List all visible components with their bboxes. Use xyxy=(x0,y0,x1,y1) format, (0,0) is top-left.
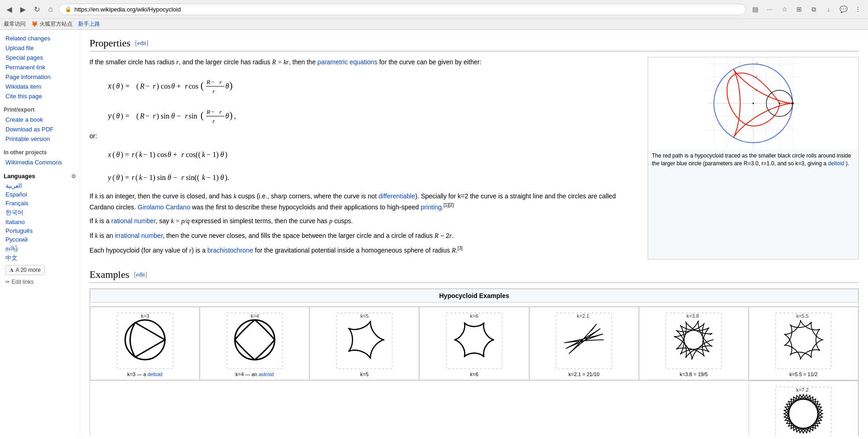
sidebar-item-wikimedia-commons[interactable]: Wikimedia Commons xyxy=(0,158,80,167)
svg-text:r: r xyxy=(153,82,156,90)
svg-text:+: + xyxy=(173,151,177,158)
sidebar-item-download-pdf[interactable]: Download as PDF xyxy=(0,124,80,134)
back-button[interactable]: ◀ xyxy=(4,4,15,15)
printing-link[interactable]: printing xyxy=(420,203,442,211)
languages-settings-icon[interactable]: ⚙ xyxy=(71,173,76,180)
more-languages-button[interactable]: 𝐀 A 20 more xyxy=(6,265,45,275)
lang-portuguese[interactable]: Português xyxy=(0,226,80,235)
sidebar-item-create-book[interactable]: Create a book xyxy=(0,115,80,124)
svg-text:θ: θ xyxy=(220,151,224,158)
k5-svg: k=5 xyxy=(335,310,394,370)
svg-text:y: y xyxy=(108,174,112,182)
browser-chrome: ◀ ▶ ↻ ⌂ 🔒 ▤ ··· ☆ ⊞ ⧉ ↓ 💬 ⋮ 最常访问 🦊 火狐官方站… xyxy=(0,0,868,30)
irrational-number-link[interactable]: irrational number xyxy=(115,232,162,239)
reload-button[interactable]: ↻ xyxy=(31,4,42,15)
rational-number-link[interactable]: rational number xyxy=(111,217,156,225)
lang-chinese[interactable]: 中文 xyxy=(0,253,80,263)
bookmark-firefox-official[interactable]: 🦊 火狐官方站点 xyxy=(31,20,73,28)
sidebar-item-cite-this-page[interactable]: Cite this page xyxy=(0,91,80,101)
sidebar-item-permanent-link[interactable]: Permanent link xyxy=(0,62,80,72)
deltoid-ex-link[interactable]: deltoid xyxy=(148,371,162,377)
bookmark-most-visited[interactable]: 最常访问 xyxy=(4,20,26,28)
examples-section: Examples [edit] Hypocycloid Examples k=3 xyxy=(90,269,859,436)
svg-text:θ: θ xyxy=(168,174,171,181)
bookmark-button[interactable]: ☆ xyxy=(778,3,791,16)
other-projects-section: In other projects Wikimedia Commons xyxy=(0,147,80,167)
chat-button[interactable]: 💬 xyxy=(837,3,850,16)
forward-button[interactable]: ▶ xyxy=(17,4,28,15)
main-content: Properties [edit] If the smaller circle … xyxy=(80,30,868,436)
differentiable-link[interactable]: differentiable xyxy=(379,192,415,200)
alt-formula-y: y ( θ ) = r ( k − 1) sin θ − r sin(( xyxy=(108,168,640,188)
svg-text:k=3: k=3 xyxy=(141,313,149,319)
page-layout: Related changes Upload file Special page… xyxy=(0,30,868,436)
parametric-equations-link[interactable]: parametric equations xyxy=(318,58,378,66)
sidebar-item-related-changes[interactable]: Related changes xyxy=(0,34,80,43)
home-button[interactable]: ⌂ xyxy=(45,4,56,15)
lang-russian[interactable]: Русский xyxy=(0,235,80,244)
svg-text:): ) xyxy=(225,151,227,159)
svg-text:−: − xyxy=(177,112,181,120)
lock-icon: 🔒 xyxy=(65,6,72,12)
menu-button[interactable]: ⋮ xyxy=(851,3,864,16)
properties-edit-link[interactable]: edit xyxy=(137,39,146,46)
svg-text:− 1): − 1) xyxy=(207,151,218,159)
girolamo-cardano-link[interactable]: Girolamo Cardano xyxy=(138,203,190,211)
svg-text:k=5: k=5 xyxy=(360,313,369,319)
svg-text:sin((: sin(( xyxy=(186,174,199,182)
more-options-button[interactable]: ··· xyxy=(763,3,776,16)
lang-arabic[interactable]: العربية xyxy=(0,181,80,190)
content-with-figure: If the smaller circle has radius r, and … xyxy=(90,57,859,259)
astroid-ex-link[interactable]: astroid xyxy=(258,371,274,377)
examples-edit-link[interactable]: edit xyxy=(136,271,145,278)
bookmark-newbie[interactable]: 新手上路 xyxy=(78,20,100,28)
examples-grid-row2: k=7.2 k=7.2 = 36/5 k=3 — a deltoid k=4 —… xyxy=(90,380,858,436)
sidebar-item-upload-file[interactable]: Upload file xyxy=(0,43,80,53)
main-text-area: If the smaller circle has radius r, and … xyxy=(90,57,640,259)
lang-italian[interactable]: Italiano xyxy=(0,218,80,226)
k21-label: k=2.1 = 21/10 xyxy=(532,371,637,377)
lang-french[interactable]: Français xyxy=(0,199,80,208)
brachistochrone-link[interactable]: brachistochrone xyxy=(207,247,253,254)
extensions-button[interactable]: ⊞ xyxy=(793,3,806,16)
svg-text:r: r xyxy=(213,88,215,95)
k3-label: k=3 — a deltoid xyxy=(92,371,197,377)
figure-deltoid-link[interactable]: deltoid xyxy=(828,160,844,167)
lang-korean[interactable]: 한국어 xyxy=(0,208,80,218)
svg-text:k: k xyxy=(139,174,143,181)
para-rational: If k is a rational number, say k = p/q e… xyxy=(90,216,640,226)
example-k21: k=2.1 k=2.1 = 21/10 xyxy=(529,307,639,380)
example-k55: k=5.5 k=5.5 = 11/2 xyxy=(749,307,858,380)
svg-rect-107 xyxy=(446,313,502,369)
figure-caption-text: The red path is a hypocycloid traced as … xyxy=(652,152,851,167)
svg-text:k: k xyxy=(202,151,206,158)
svg-text:θ: θ xyxy=(116,112,120,120)
sidebar-item-wikidata-item[interactable]: Wikidata item xyxy=(0,82,80,91)
lang-tamil[interactable]: தமிழ் xyxy=(0,244,80,253)
k55-label: k=5.5 = 11/2 xyxy=(751,371,856,377)
sidebar-item-special-pages[interactable]: Special pages xyxy=(0,53,80,62)
sidebar: Related changes Upload file Special page… xyxy=(0,30,80,436)
print-export-section: Print/export Create a book Download as P… xyxy=(0,105,80,144)
svg-text:) sin: ) sin xyxy=(157,112,169,120)
sidebar-item-page-information[interactable]: Page information xyxy=(0,72,80,82)
k72-svg: k=7.2 xyxy=(773,384,833,436)
svg-text:=: = xyxy=(125,112,129,120)
svg-text:θ: θ xyxy=(168,151,171,158)
svg-rect-111 xyxy=(666,313,722,369)
sidebar-item-printable-version[interactable]: Printable version xyxy=(0,134,80,144)
reader-view-button[interactable]: ▤ xyxy=(749,3,762,16)
lang-spanish[interactable]: Español xyxy=(0,190,80,199)
fullscreen-button[interactable]: ⧉ xyxy=(807,3,820,16)
ref-1: [1] xyxy=(443,203,448,208)
svg-text:−: − xyxy=(146,82,150,90)
svg-text:x: x xyxy=(108,151,111,158)
address-bar[interactable] xyxy=(74,6,740,13)
browser-actions: ▤ ··· ☆ ⊞ ⧉ ↓ 💬 ⋮ xyxy=(749,3,864,16)
download-button[interactable]: ↓ xyxy=(822,3,835,16)
edit-links-item[interactable]: ✏ Edit links xyxy=(0,277,80,287)
svg-text:(: ( xyxy=(201,110,204,121)
svg-text:(: ( xyxy=(135,174,138,182)
svg-text:).: ). xyxy=(225,174,229,182)
svg-text:R: R xyxy=(140,82,145,90)
